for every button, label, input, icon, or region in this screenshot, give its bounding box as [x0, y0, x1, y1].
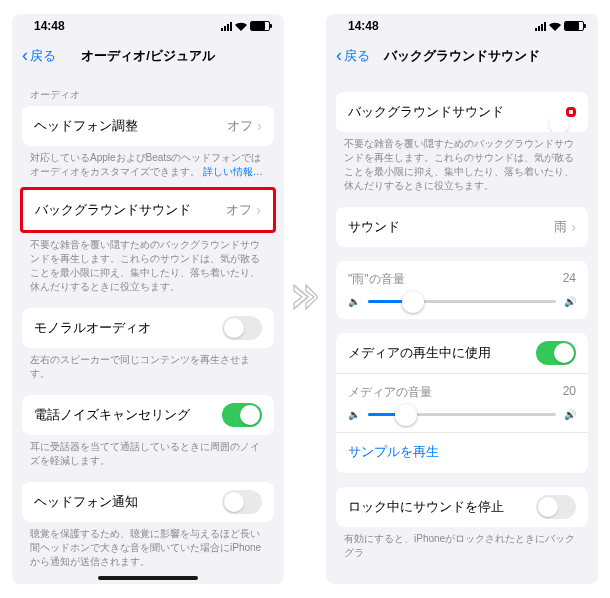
status-icons: [535, 21, 584, 31]
toggle-mono[interactable]: [222, 316, 262, 340]
cellular-icon: [221, 22, 232, 31]
screen-audio-visual: 14:48 ‹ 戻る オーディオ/ビジュアル オーディオ ヘッドフォン調整 オフ…: [12, 14, 284, 584]
row-headphone-notify[interactable]: ヘッドフォン通知: [22, 482, 274, 522]
group-noise-cancel: 電話ノイズキャンセリング: [22, 395, 274, 435]
row-label: モノラルオーディオ: [34, 319, 151, 337]
battery-icon: [250, 21, 270, 31]
status-bar: 14:48: [326, 14, 598, 38]
back-label: 戻る: [30, 47, 56, 65]
row-label: バックグラウンドサウンド: [35, 201, 191, 219]
row-bg-toggle[interactable]: バックグラウンドサウンド: [336, 92, 588, 132]
slider-rain-volume[interactable]: 🔈 🔊: [348, 296, 576, 307]
chevron-right-icon: ›: [571, 219, 576, 235]
row-volume-rain: "雨"の音量 24 🔈 🔊: [336, 261, 588, 319]
details-link[interactable]: 詳しい情報…: [203, 166, 263, 177]
nav-bar: ‹ 戻る オーディオ/ビジュアル: [12, 38, 284, 74]
back-label: 戻る: [344, 47, 370, 65]
group-background-sound: バックグラウンドサウンド オフ ›: [23, 190, 273, 230]
status-time: 14:48: [34, 19, 65, 33]
toggle-media-use[interactable]: [536, 341, 576, 365]
toggle-lock-stop[interactable]: [536, 495, 576, 519]
slider-label: メディアの音量: [348, 384, 432, 401]
slider-media-volume[interactable]: 🔈 🔊: [348, 409, 576, 420]
wifi-icon: [235, 22, 247, 31]
footer-headphone-adjust: 対応しているAppleおよびBeatsのヘッドフォンではオーディオをカスタマイズ…: [22, 146, 274, 179]
content: バックグラウンドサウンド 不要な雑音を覆い隠すためのバックグラウンドサウンドを再…: [326, 74, 598, 584]
row-label: サウンド: [348, 218, 400, 236]
speaker-low-icon: 🔈: [348, 296, 360, 307]
row-headphone-adjust[interactable]: ヘッドフォン調整 オフ ›: [22, 106, 274, 146]
footer-mono: 左右のスピーカーで同じコンテンツを再生させます。: [22, 348, 274, 381]
footer-bg-toggle: 不要な雑音を覆い隠すためのバックグラウンドサウンドを再生します。これらのサウンド…: [336, 132, 588, 193]
row-background-sound[interactable]: バックグラウンドサウンド オフ ›: [23, 190, 273, 230]
home-indicator[interactable]: [98, 576, 198, 580]
row-label: ロック中にサウンドを停止: [348, 498, 504, 516]
screen-background-sound: 14:48 ‹ 戻る バックグラウンドサウンド バックグラウンドサウンド 不要な…: [326, 14, 598, 584]
highlight-toggle: [566, 107, 576, 117]
slider-value: 24: [563, 271, 576, 288]
status-bar: 14:48: [12, 14, 284, 38]
row-label: バックグラウンドサウンド: [348, 103, 504, 121]
row-label: メディアの再生中に使用: [348, 344, 491, 362]
section-label-audio: オーディオ: [22, 74, 274, 106]
highlight-background-sound: バックグラウンドサウンド オフ ›: [20, 187, 276, 233]
speaker-high-icon: 🔊: [564, 296, 576, 307]
speaker-low-icon: 🔈: [348, 409, 360, 420]
row-value: オフ ›: [227, 117, 262, 135]
status-time: 14:48: [348, 19, 379, 33]
footer-lock-stop: 有効にすると、iPhoneがロックされたときにバックグラ: [336, 527, 588, 560]
row-label: ヘッドフォン通知: [34, 493, 138, 511]
chevron-right-icon: ›: [256, 202, 261, 218]
chevron-right-icon: ›: [257, 118, 262, 134]
battery-icon: [564, 21, 584, 31]
status-icons: [221, 21, 270, 31]
slider-label: "雨"の音量: [348, 271, 405, 288]
content: オーディオ ヘッドフォン調整 オフ › 対応しているAppleおよびBeatsの…: [12, 74, 284, 584]
row-sound[interactable]: サウンド 雨 ›: [336, 207, 588, 247]
nav-bar: ‹ 戻る バックグラウンドサウンド: [326, 38, 598, 74]
row-label: ヘッドフォン調整: [34, 117, 138, 135]
row-value: オフ ›: [226, 201, 261, 219]
group-sound: サウンド 雨 ›: [336, 207, 588, 247]
wifi-icon: [549, 22, 561, 31]
slider-value: 20: [563, 384, 576, 401]
cellular-icon: [535, 22, 546, 31]
row-mono-audio[interactable]: モノラルオーディオ: [22, 308, 274, 348]
group-media: メディアの再生中に使用 メディアの音量 20 🔈 🔊 サンプルを再生: [336, 333, 588, 473]
back-button[interactable]: ‹ 戻る: [22, 47, 56, 65]
row-volume-media: メディアの音量 20 🔈 🔊: [336, 373, 588, 432]
play-sample-link[interactable]: サンプルを再生: [336, 433, 588, 473]
chevron-left-icon: ‹: [22, 46, 28, 64]
group-volume-rain: "雨"の音量 24 🔈 🔊: [336, 261, 588, 319]
group-bg-toggle: バックグラウンドサウンド: [336, 92, 588, 132]
arrow-icon: [292, 277, 318, 321]
group-headphone-adjust: ヘッドフォン調整 オフ ›: [22, 106, 274, 146]
group-mono: モノラルオーディオ: [22, 308, 274, 348]
speaker-high-icon: 🔊: [564, 409, 576, 420]
footer-background-sound: 不要な雑音を覆い隠すためのバックグラウンドサウンドを再生します。これらのサウンド…: [22, 233, 274, 294]
row-label: 電話ノイズキャンセリング: [34, 406, 190, 424]
group-lock-stop: ロック中にサウンドを停止: [336, 487, 588, 527]
back-button[interactable]: ‹ 戻る: [336, 47, 370, 65]
row-media-use[interactable]: メディアの再生中に使用: [336, 333, 588, 373]
footer-noise-cancel: 耳に受話器を当てて通話しているときに周囲のノイズを軽減します。: [22, 435, 274, 468]
footer-headphone-notify: 聴覚を保護するため、聴覚に影響を与えるほど長い間ヘッドホンで大きな音を聞いていた…: [22, 522, 274, 569]
chevron-left-icon: ‹: [336, 46, 342, 64]
toggle-noise-cancel[interactable]: [222, 403, 262, 427]
row-noise-cancel[interactable]: 電話ノイズキャンセリング: [22, 395, 274, 435]
group-headphone-notify: ヘッドフォン通知: [22, 482, 274, 522]
row-value: 雨 ›: [554, 218, 576, 236]
toggle-headphone-notify[interactable]: [222, 490, 262, 514]
row-lock-stop[interactable]: ロック中にサウンドを停止: [336, 487, 588, 527]
